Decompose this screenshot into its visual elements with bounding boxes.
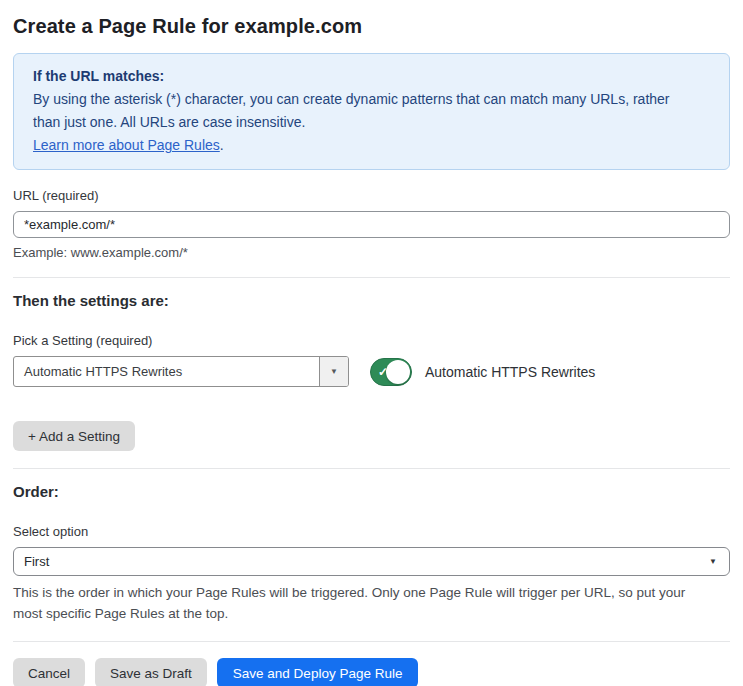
setting-row: Automatic HTTPS Rewrites ▼ ✓ Automatic H… xyxy=(13,356,730,387)
info-box-body: By using the asterisk (*) character, you… xyxy=(33,88,693,134)
url-example-hint: Example: www.example.com/* xyxy=(13,245,730,260)
divider xyxy=(13,468,730,469)
save-as-draft-button[interactable]: Save as Draft xyxy=(95,658,207,686)
order-select-value: First xyxy=(24,554,49,569)
setting-dropdown-arrow-button[interactable]: ▼ xyxy=(319,357,348,386)
url-label: URL (required) xyxy=(13,188,730,203)
divider xyxy=(13,641,730,642)
setting-dropdown[interactable]: Automatic HTTPS Rewrites ▼ xyxy=(13,356,349,387)
pick-setting-label: Pick a Setting (required) xyxy=(13,333,730,348)
save-and-deploy-button[interactable]: Save and Deploy Page Rule xyxy=(217,658,419,686)
cancel-button[interactable]: Cancel xyxy=(13,658,85,686)
order-help-text: This is the order in which your Page Rul… xyxy=(13,582,713,624)
order-section-heading: Order: xyxy=(13,483,730,500)
create-page-rule-form: Create a Page Rule for example.com If th… xyxy=(13,15,730,686)
url-input[interactable] xyxy=(13,211,730,238)
order-select[interactable]: First ▼ xyxy=(13,547,730,576)
info-box-heading: If the URL matches: xyxy=(33,65,710,88)
footer-actions: Cancel Save as Draft Save and Deploy Pag… xyxy=(13,658,730,686)
link-period: . xyxy=(220,137,224,153)
divider xyxy=(13,277,730,278)
order-select-label: Select option xyxy=(13,524,730,539)
setting-toggle[interactable]: ✓ xyxy=(370,358,412,386)
info-box-link-line: Learn more about Page Rules. xyxy=(33,134,710,157)
add-setting-button[interactable]: + Add a Setting xyxy=(13,421,135,451)
url-matches-info-box: If the URL matches: By using the asteris… xyxy=(13,53,730,170)
toggle-knob xyxy=(386,360,410,384)
chevron-down-icon: ▼ xyxy=(709,558,717,566)
settings-section-heading: Then the settings are: xyxy=(13,292,730,309)
chevron-down-icon: ▼ xyxy=(330,368,338,376)
setting-toggle-label: Automatic HTTPS Rewrites xyxy=(425,364,595,380)
page-title: Create a Page Rule for example.com xyxy=(13,15,730,38)
learn-more-link[interactable]: Learn more about Page Rules xyxy=(33,137,220,153)
setting-dropdown-value: Automatic HTTPS Rewrites xyxy=(14,357,319,386)
